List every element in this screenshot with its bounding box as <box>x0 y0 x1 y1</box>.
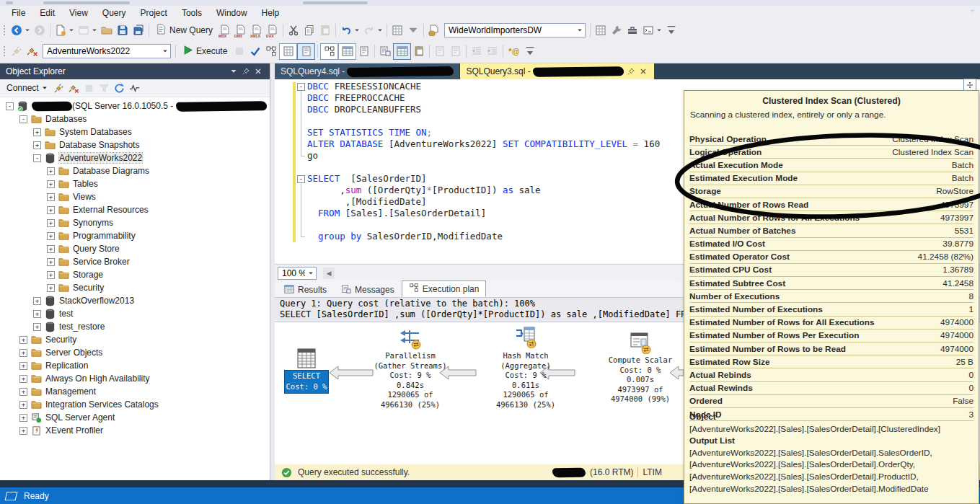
tree-item-security[interactable]: +Security <box>0 333 270 346</box>
document-tab-2[interactable]: SQLQuery3.sql - <box>460 63 653 79</box>
menu-edit[interactable]: Edit <box>32 6 62 19</box>
results-to-grid-button[interactable] <box>393 43 411 60</box>
save-all-button[interactable] <box>131 22 146 38</box>
results-tab-messages[interactable]: Messages <box>334 283 402 297</box>
include-actual-plan-button[interactable] <box>297 43 315 60</box>
decrease-indent-button[interactable] <box>469 43 485 59</box>
tree-item-database-diagrams[interactable]: +Database Diagrams <box>0 164 270 177</box>
connect-new-button[interactable] <box>66 81 81 96</box>
redo-button[interactable] <box>361 22 377 38</box>
activity-monitor-button[interactable] <box>127 81 142 96</box>
stop-button[interactable] <box>81 81 97 96</box>
tree-item-always-on-high-availability[interactable]: +Always On High Availability <box>0 372 270 385</box>
disconnect-button[interactable] <box>51 81 66 96</box>
menu-project[interactable]: Project <box>133 6 175 19</box>
tree-item-sql-server-agent[interactable]: +SQL Server Agent <box>0 411 270 424</box>
expand-icon[interactable]: + <box>33 128 41 136</box>
expand-icon[interactable]: + <box>33 323 41 331</box>
expand-icon[interactable]: + <box>19 388 27 396</box>
expand-icon[interactable]: + <box>47 180 55 188</box>
tree-item-tables[interactable]: +Tables <box>0 177 270 190</box>
undo-button[interactable] <box>338 22 354 38</box>
tree-item-management[interactable]: +Management <box>0 385 270 398</box>
open-file-button[interactable] <box>99 22 115 38</box>
menu-query[interactable]: Query <box>95 6 133 19</box>
menu-help[interactable]: Help <box>255 6 287 19</box>
add-item-button[interactable] <box>76 22 92 38</box>
tree-item-query-store[interactable]: +Query Store <box>0 242 270 255</box>
plan-node-parallelism-operator[interactable]: Parallelism(Gather Streams)Cost: 9 %0.84… <box>360 351 461 410</box>
forward-button[interactable] <box>32 22 48 38</box>
expand-icon[interactable]: + <box>33 297 41 305</box>
change-connection-button[interactable] <box>25 43 40 59</box>
collapse-icon[interactable]: - <box>6 102 14 110</box>
plan-node-compute-scalar-operator[interactable]: Compute ScalarCost: 0 %0.007s4973997 of4… <box>590 355 691 404</box>
close-icon[interactable] <box>638 68 648 75</box>
db-query-button[interactable] <box>426 22 442 38</box>
parse-button[interactable] <box>247 43 263 59</box>
expand-icon[interactable]: + <box>19 349 27 357</box>
zoom-level-combo[interactable]: 100 % <box>278 267 317 280</box>
menu-tools[interactable]: Tools <box>175 6 209 19</box>
tree-item-synonyms[interactable]: +Synonyms <box>0 216 270 229</box>
expand-icon[interactable]: + <box>47 284 55 292</box>
script-dropdown[interactable] <box>405 22 421 38</box>
tree-item-test-restore[interactable]: +test_restore <box>0 320 270 333</box>
refresh-button[interactable] <box>112 81 127 96</box>
expand-icon[interactable]: + <box>47 245 55 253</box>
back-button-dropdown[interactable] <box>25 27 32 33</box>
cut-button[interactable] <box>286 22 301 38</box>
new-dmx-query-button[interactable]: DMX <box>233 22 249 38</box>
uncomment-button[interactable] <box>448 43 464 59</box>
tree-item-external-resources[interactable]: +External Resources <box>0 203 270 216</box>
properties-window-button[interactable] <box>411 43 427 59</box>
collapse-icon[interactable]: - <box>33 154 41 162</box>
immediate-window-button[interactable] <box>640 22 656 38</box>
tree-item-storage[interactable]: +Storage <box>0 268 270 281</box>
plan-node-select-operator[interactable]: SELECTCost: 0 % <box>284 370 329 394</box>
tree-item-server-objects[interactable]: +Server Objects <box>0 346 270 359</box>
pin-icon[interactable] <box>239 68 252 75</box>
expand-icon[interactable]: + <box>47 232 55 240</box>
database-search-combo[interactable]: WideWorldImportersDW <box>444 23 586 37</box>
toolbox-button[interactable] <box>624 22 640 38</box>
back-button[interactable] <box>9 22 25 38</box>
tree-item-integration-services-catalogs[interactable]: +Integration Services Catalogs <box>0 398 270 411</box>
expand-icon[interactable]: + <box>19 401 27 409</box>
compute-scalar-icon[interactable] <box>629 331 652 354</box>
expand-icon[interactable]: + <box>47 219 55 227</box>
parallelism-icon[interactable] <box>399 327 422 350</box>
expand-icon[interactable]: + <box>19 362 27 370</box>
table-designer-button[interactable] <box>593 22 609 38</box>
immediate-window-button-dropdown[interactable] <box>656 27 663 33</box>
menu-window[interactable]: Window <box>209 6 255 19</box>
plan-node-hash-match-operator[interactable]: Hash Match(Aggregate)Cost: 9 %0.611s1290… <box>475 351 576 410</box>
results-tab-execution-plan[interactable]: Execution plan <box>402 280 487 297</box>
menu-view[interactable]: View <box>62 6 95 19</box>
tree-item-stackoverflow2013[interactable]: +StackOverflow2013 <box>0 294 270 307</box>
tree-item-replication[interactable]: +Replication <box>0 359 270 372</box>
increase-indent-button[interactable] <box>485 43 500 59</box>
expand-icon[interactable]: + <box>47 271 55 279</box>
script-grid-button[interactable] <box>389 22 405 38</box>
tree-item-views[interactable]: +Views <box>0 190 270 203</box>
pin-icon[interactable] <box>626 68 636 75</box>
copy-button[interactable] <box>301 22 317 38</box>
properties-button[interactable] <box>609 22 624 38</box>
tab-list-dropdown-icon[interactable] <box>969 4 976 17</box>
tree-item-adventureworks2022[interactable]: -AdventureWorks2022 <box>0 151 270 164</box>
new-mdx-query-button[interactable]: MDX <box>217 22 233 38</box>
scroll-left-icon[interactable]: ◀ <box>323 268 335 279</box>
chevron-down-icon[interactable] <box>574 24 585 37</box>
tree-item-programmability[interactable]: +Programmability <box>0 229 270 242</box>
new-dax-query-button[interactable]: DAX <box>265 22 281 38</box>
sql-code[interactable]: DBCC FREESESSIONCACHEDBCC FREEPROCCACHED… <box>307 81 660 242</box>
save-button[interactable] <box>115 22 131 38</box>
expand-icon[interactable]: + <box>33 310 41 318</box>
tree-item-security[interactable]: +Security <box>0 281 270 294</box>
expand-icon[interactable]: + <box>47 258 55 266</box>
new-query-button[interactable]: New Query <box>151 24 217 37</box>
tree-item-system-databases[interactable]: +System Databases <box>0 125 270 138</box>
paste-button[interactable] <box>317 22 333 38</box>
expand-icon[interactable]: + <box>47 206 55 214</box>
